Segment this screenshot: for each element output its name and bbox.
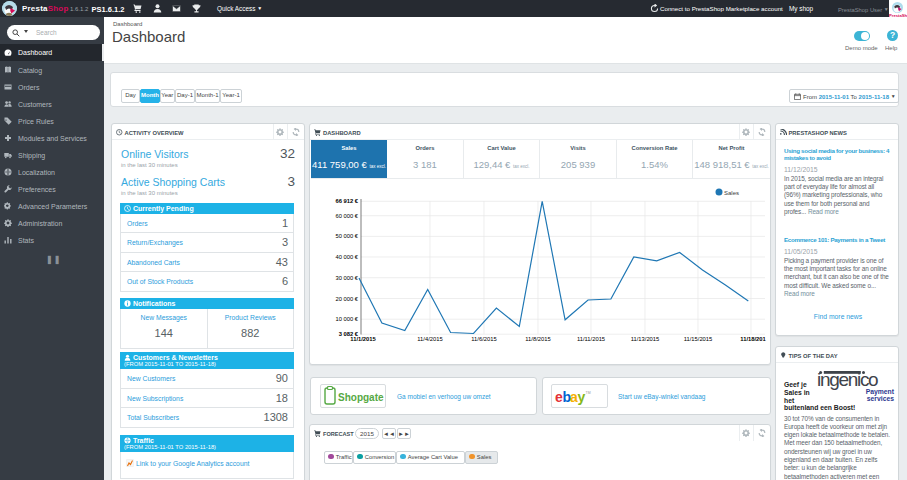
svg-text:60 000 €: 60 000 € bbox=[335, 213, 358, 219]
svg-text:services: services bbox=[867, 395, 894, 402]
svg-text:Shopgate: Shopgate bbox=[338, 392, 384, 403]
svg-text:Sales: Sales bbox=[724, 190, 739, 196]
svg-text:TM: TM bbox=[586, 391, 591, 395]
svg-text:30 000 €: 30 000 € bbox=[335, 275, 358, 281]
svg-text:11/8/2015: 11/8/2015 bbox=[525, 336, 550, 342]
svg-text:11/6/2015: 11/6/2015 bbox=[471, 336, 496, 342]
svg-text:40 000 €: 40 000 € bbox=[335, 254, 358, 260]
svg-text:11/11/2015: 11/11/2015 bbox=[577, 336, 605, 342]
svg-text:ingenico: ingenico bbox=[817, 369, 878, 390]
svg-text:y: y bbox=[578, 389, 586, 405]
svg-text:11/15/2015: 11/15/2015 bbox=[684, 336, 713, 342]
svg-text:50 000 €: 50 000 € bbox=[335, 233, 358, 239]
svg-text:11/1/2015: 11/1/2015 bbox=[350, 336, 376, 342]
svg-text:66 912 €: 66 912 € bbox=[335, 198, 358, 204]
svg-text:11/18/201: 11/18/201 bbox=[740, 336, 766, 342]
svg-text:11/4/2015: 11/4/2015 bbox=[417, 336, 442, 342]
svg-text:20 000 €: 20 000 € bbox=[335, 296, 358, 302]
svg-text:10 000 €: 10 000 € bbox=[335, 316, 358, 322]
svg-text:11/13/2015: 11/13/2015 bbox=[631, 336, 660, 342]
